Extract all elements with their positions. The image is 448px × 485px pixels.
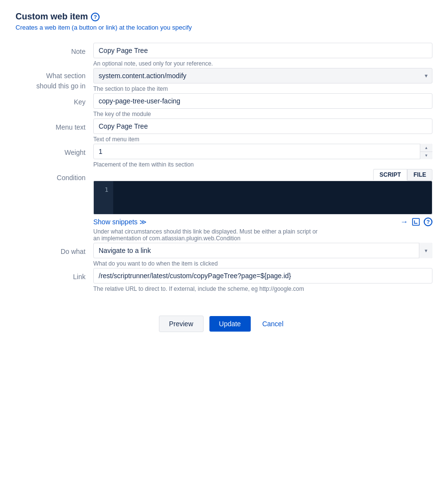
key-hint: The key of the module <box>93 111 432 117</box>
note-row: Note An optional note, used only for you… <box>16 43 432 67</box>
section-select-wrapper: system.content.action/modify ▾ <box>93 68 432 84</box>
condition-field: SCRIPT FILE 1 Show snippets ≫ → <box>93 169 432 242</box>
code-action-icons: → ? <box>400 217 432 226</box>
condition-tab-file[interactable]: FILE <box>407 169 432 181</box>
page-header: Custom web item ? Creates a web item (a … <box>16 12 432 31</box>
code-editor[interactable]: 1 <box>93 181 432 215</box>
key-input[interactable] <box>93 93 432 109</box>
menu-text-input[interactable] <box>93 118 432 134</box>
menu-text-field: Text of menu item <box>93 118 432 143</box>
page-title: Custom web item ? <box>16 12 432 22</box>
section-hint: The section to place the item <box>93 85 432 92</box>
note-field: An optional note, used only for your ref… <box>93 43 432 67</box>
weight-label: Weight <box>16 144 93 156</box>
link-hint: The relative URL to direct to. If extern… <box>93 285 432 292</box>
svg-rect-0 <box>413 218 419 225</box>
note-hint: An optional note, used only for your ref… <box>93 60 432 67</box>
section-select[interactable]: system.content.action/modify <box>93 68 432 84</box>
condition-label: Condition <box>16 169 93 182</box>
weight-row: Weight ▴ ▾ Placement of the item within … <box>16 144 432 168</box>
key-label: Key <box>16 93 93 106</box>
weight-hint: Placement of the item within its section <box>93 161 432 168</box>
section-label: What section should this go in <box>16 68 93 91</box>
code-line-numbers: 1 <box>94 181 113 214</box>
weight-decrement-button[interactable]: ▾ <box>420 152 432 160</box>
menu-text-label: Menu text <box>16 118 93 131</box>
weight-spinner: ▴ ▾ <box>420 144 432 159</box>
do-what-select[interactable]: Navigate to a link <box>93 243 432 258</box>
expand-icon[interactable] <box>412 218 420 226</box>
condition-tabs: SCRIPT FILE <box>93 169 432 181</box>
form-actions: Preview Update Cancel <box>16 308 432 332</box>
title-text: Custom web item <box>16 12 88 22</box>
condition-hint: Under what circumstances should this lin… <box>93 228 432 242</box>
snippet-chevron-icon: ≫ <box>139 218 147 226</box>
show-snippets-label: Show snippets <box>93 218 138 226</box>
help-icon[interactable]: ? <box>91 13 100 21</box>
do-what-hint: What do you want to do when the item is … <box>93 260 432 267</box>
link-input[interactable] <box>93 268 432 284</box>
preview-button[interactable]: Preview <box>159 316 204 332</box>
weight-increment-button[interactable]: ▴ <box>420 144 432 152</box>
note-label: Note <box>16 43 93 55</box>
do-what-label: Do what <box>16 243 93 255</box>
do-what-select-wrapper: Navigate to a link ▾ <box>93 243 432 258</box>
link-field: The relative URL to direct to. If extern… <box>93 268 432 292</box>
condition-help-icon[interactable]: ? <box>424 217 432 226</box>
weight-input[interactable] <box>93 144 432 159</box>
key-row: Key The key of the module <box>16 93 432 117</box>
page-subtitle: Creates a web item (a button or link) at… <box>16 24 432 31</box>
note-input[interactable] <box>93 43 432 58</box>
arrow-right-icon[interactable]: → <box>400 217 408 226</box>
key-field: The key of the module <box>93 93 432 117</box>
do-what-row: Do what Navigate to a link ▾ What do you… <box>16 243 432 267</box>
update-button[interactable]: Update <box>209 316 251 332</box>
link-label: Link <box>16 268 93 281</box>
weight-input-wrapper: ▴ ▾ <box>93 144 432 159</box>
condition-section: SCRIPT FILE 1 Show snippets ≫ → <box>93 169 432 242</box>
condition-row: Condition SCRIPT FILE 1 Show snippets ≫ … <box>16 169 432 242</box>
menu-text-hint: Text of menu item <box>93 136 432 143</box>
weight-field: ▴ ▾ Placement of the item within its sec… <box>93 144 432 168</box>
menu-text-row: Menu text Text of menu item <box>16 118 432 143</box>
section-row: What section should this go in system.co… <box>16 68 432 92</box>
section-field: system.content.action/modify ▾ The secti… <box>93 68 432 92</box>
condition-tab-script[interactable]: SCRIPT <box>373 169 407 181</box>
do-what-field: Navigate to a link ▾ What do you want to… <box>93 243 432 267</box>
cancel-button[interactable]: Cancel <box>257 316 290 332</box>
code-content[interactable] <box>113 181 432 214</box>
link-row: Link The relative URL to direct to. If e… <box>16 268 432 292</box>
show-snippets-link[interactable]: Show snippets ≫ <box>93 218 147 226</box>
show-snippets-row: Show snippets ≫ → ? <box>93 217 432 226</box>
